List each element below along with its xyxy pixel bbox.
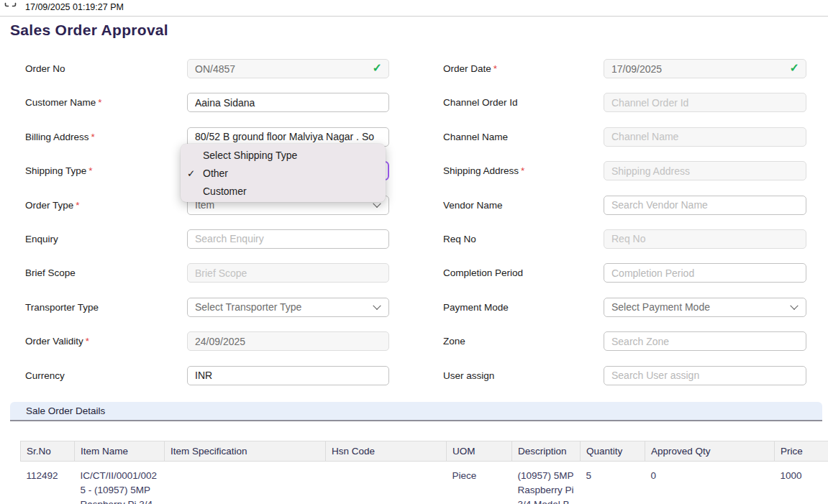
form-column-left: Order No✓Customer Name*Billing Address*S…	[25, 59, 389, 400]
channel-name-input	[604, 127, 806, 147]
field-row-shipping-address: Shipping Address*	[443, 161, 806, 180]
dropdown-option-select-shipping-type[interactable]: Select Shipping Type	[181, 146, 386, 164]
valid-check-icon: ✓	[373, 63, 382, 74]
col-header-description: Description	[512, 441, 581, 462]
field-row-channel-name: Channel Name	[443, 127, 806, 147]
field-label-channel-order-id: Channel Order Id	[443, 97, 604, 108]
select-value: Select Payment Mode	[611, 301, 710, 313]
enquiry-input[interactable]	[187, 229, 389, 249]
field-input-wrap	[604, 229, 806, 249]
label-text: Transporter Type	[25, 302, 99, 313]
field-input-wrap	[604, 127, 806, 147]
required-asterisk: *	[76, 200, 79, 211]
sale-order-details-section-header: Sale Order Details	[10, 402, 822, 421]
field-label-user-assign: User assign	[443, 370, 604, 381]
field-input-wrap	[604, 366, 806, 385]
field-row-transporter-type: Transporter TypeSelect Transporter Type	[25, 298, 389, 317]
valid-check-icon: ✓	[790, 63, 799, 74]
field-label-transporter-type: Transporter Type	[25, 302, 187, 313]
top-status-bar: 17/09/2025 01:19:27 PM	[0, 0, 828, 17]
order-date-input[interactable]	[604, 59, 806, 78]
col-header-item-specification: Item Specification	[165, 441, 326, 462]
dropdown-option-customer[interactable]: Customer	[181, 182, 386, 200]
required-asterisk: *	[86, 336, 89, 347]
field-row-req-no: Req No	[443, 229, 806, 249]
field-row-completion-period: Completion Period	[443, 263, 806, 283]
field-row-order-no: Order No✓	[25, 59, 389, 78]
col-header-approved-qty: Approved Qty	[645, 441, 775, 462]
required-asterisk: *	[98, 97, 101, 108]
cell-approved-qty: 0	[645, 462, 775, 504]
selected-check-icon: ✓	[187, 168, 195, 179]
customer-name-input[interactable]	[187, 93, 389, 112]
field-input-wrap: ✓	[604, 59, 806, 78]
field-label-customer-name: Customer Name*	[25, 97, 187, 108]
currency-input[interactable]	[187, 366, 389, 385]
field-row-channel-order-id: Channel Order Id	[443, 93, 806, 112]
required-asterisk: *	[493, 63, 497, 74]
field-label-order-date: Order Date*	[443, 63, 604, 74]
cell-item-name: IC/CT/II/0001/0025 - (10957) 5MP Raspber…	[75, 462, 165, 504]
field-label-currency: Currency	[25, 370, 187, 381]
vendor-name-input[interactable]	[604, 196, 806, 215]
field-input-wrap: ✓	[187, 59, 389, 78]
payment-mode-select[interactable]: Select Payment Mode	[604, 298, 806, 317]
field-label-completion-period: Completion Period	[443, 267, 604, 278]
label-text: Billing Address	[25, 132, 89, 142]
field-label-req-no: Req No	[443, 234, 604, 244]
req-no-input	[604, 229, 806, 249]
cell-hsn-code	[326, 462, 447, 504]
transporter-type-select[interactable]: Select Transporter Type	[187, 298, 389, 317]
order-no-input[interactable]	[187, 59, 389, 78]
current-datetime: 17/09/2025 01:19:27 PM	[25, 0, 124, 15]
col-header-sr-no: Sr.No	[21, 441, 75, 462]
fullscreen-icon[interactable]	[4, 0, 17, 7]
required-asterisk: *	[521, 165, 524, 176]
field-input-wrap	[187, 331, 389, 351]
field-input-wrap: Select Payment Mode	[604, 298, 806, 317]
user-assign-input[interactable]	[604, 366, 806, 385]
field-label-order-type: Order Type*	[25, 200, 187, 211]
label-text: Vendor Name	[443, 200, 503, 211]
field-input-wrap	[187, 263, 389, 283]
label-text: Brief Scope	[25, 267, 76, 278]
field-label-brief-scope: Brief Scope	[25, 267, 187, 278]
dropdown-option-other[interactable]: ✓Other	[181, 164, 386, 182]
label-text: Customer Name	[25, 97, 96, 108]
field-row-user-assign: User assign	[443, 366, 806, 385]
field-row-order-validity: Order Validity*	[25, 331, 389, 351]
table-row: 112492IC/CT/II/0001/0025 - (10957) 5MP R…	[21, 462, 828, 504]
form-column-right: Order Date*✓Channel Order IdChannel Name…	[443, 59, 806, 400]
label-text: Payment Mode	[443, 302, 509, 313]
required-asterisk: *	[88, 165, 92, 176]
field-input-wrap	[187, 366, 389, 385]
field-input-wrap	[187, 229, 389, 249]
order-validity-input[interactable]	[187, 331, 389, 351]
zone-input[interactable]	[604, 331, 806, 351]
cell-item-specification	[165, 462, 326, 504]
col-header-hsn-code: Hsn Code	[326, 441, 447, 462]
field-input-wrap	[604, 331, 806, 351]
label-text: Shipping Address	[443, 165, 519, 176]
shipping-address-input	[604, 161, 806, 180]
brief-scope-input	[187, 263, 389, 283]
field-label-channel-name: Channel Name	[443, 132, 604, 142]
option-label: Select Shipping Type	[203, 150, 297, 161]
completion-period-input[interactable]	[604, 263, 806, 283]
field-input-wrap	[604, 196, 806, 215]
cell-sr-no: 112492	[21, 462, 75, 504]
select-value: Select Transporter Type	[195, 301, 301, 313]
field-input-wrap	[187, 93, 389, 112]
field-row-zone: Zone	[443, 331, 806, 351]
col-header-price: Price	[775, 441, 828, 462]
label-text: Shipping Type	[25, 165, 86, 176]
label-text: Completion Period	[443, 267, 523, 278]
chevron-down-icon	[790, 302, 798, 310]
col-header-quantity: Quantity	[581, 441, 645, 462]
label-text: Zone	[443, 336, 465, 347]
label-text: Enquiry	[25, 234, 58, 244]
label-text: Order No	[25, 63, 65, 74]
field-row-payment-mode: Payment ModeSelect Payment Mode	[443, 298, 806, 317]
page-title: Sales Order Approval	[10, 22, 168, 39]
cell-description: (10957) 5MP Raspberry Pi 3/4 Model B	[512, 462, 581, 504]
